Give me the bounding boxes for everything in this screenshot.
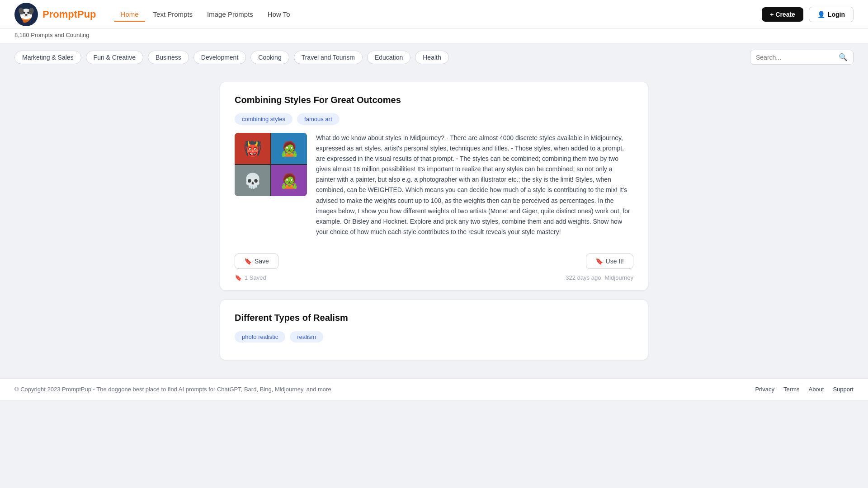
logo-text: PromptPup <box>42 9 96 20</box>
filter-development[interactable]: Development <box>193 51 246 64</box>
tag-realism[interactable]: realism <box>290 331 323 343</box>
svg-point-6 <box>27 12 29 14</box>
header: PromptPup Home Text Prompts Image Prompt… <box>0 0 868 29</box>
tags-row-2: photo realistic realism <box>235 331 633 343</box>
days-ago: 322 days ago <box>566 274 601 281</box>
footer-about[interactable]: About <box>808 386 824 393</box>
nav-text-prompts[interactable]: Text Prompts <box>147 7 199 22</box>
filter-health[interactable]: Health <box>415 51 448 64</box>
header-actions: + Create 👤 Login <box>762 7 854 22</box>
card-combining-styles: Combining Styles For Great Outcomes comb… <box>220 82 648 291</box>
svg-point-7 <box>25 14 28 16</box>
user-icon: 👤 <box>817 11 825 18</box>
nav-image-prompts[interactable]: Image Prompts <box>201 7 259 22</box>
footer-meta: 322 days ago Midjourney <box>566 274 633 281</box>
sub-header: 8,180 Prompts and Counting <box>0 29 868 43</box>
art-cell-2: 🧟 <box>271 133 307 164</box>
save-icon: 🔖 <box>244 258 252 265</box>
filter-cooking[interactable]: Cooking <box>250 51 289 64</box>
footer-privacy[interactable]: Privacy <box>755 386 774 393</box>
tag-combining-styles[interactable]: combining styles <box>235 113 292 125</box>
footer: © Copyright 2023 PromptPup - The doggone… <box>0 378 868 400</box>
card-title-2: Different Types of Realism <box>235 313 633 323</box>
logo-icon <box>14 3 38 26</box>
art-cell-3: 💀 <box>235 165 270 196</box>
tag-photo-realistic[interactable]: photo realistic <box>235 331 285 343</box>
nav-how-to[interactable]: How To <box>261 7 297 22</box>
filter-education[interactable]: Education <box>367 51 410 64</box>
card-footer: 🔖 1 Saved 322 days ago Midjourney <box>235 274 633 281</box>
card-actions: 🔖 Save 🔖 Use It! <box>235 246 633 269</box>
saved-count: 🔖 1 Saved <box>235 274 266 281</box>
filter-fun[interactable]: Fun & Creative <box>86 51 143 64</box>
card-title: Combining Styles For Great Outcomes <box>235 95 633 105</box>
search-icon: 🔍 <box>839 53 848 61</box>
card-description: What do we know about styles in Midjourn… <box>316 133 633 237</box>
card-image: 👹 🧟 💀 🧟 <box>235 133 307 196</box>
art-collage: 👹 🧟 💀 🧟 <box>235 133 307 196</box>
create-button[interactable]: + Create <box>762 7 803 22</box>
nav-home[interactable]: Home <box>114 7 145 22</box>
footer-terms[interactable]: Terms <box>783 386 799 393</box>
main-content: Combining Styles For Great Outcomes comb… <box>212 82 656 360</box>
logo[interactable]: PromptPup <box>14 3 96 26</box>
search-container: 🔍 <box>750 50 854 65</box>
main-nav: Home Text Prompts Image Prompts How To <box>114 7 297 22</box>
filter-bar: Marketing & Sales Fun & Creative Busines… <box>0 43 868 71</box>
footer-copyright: © Copyright 2023 PromptPup - The doggone… <box>14 386 333 393</box>
tag-famous-art[interactable]: famous art <box>297 113 339 125</box>
svg-point-5 <box>23 12 25 14</box>
platform: Midjourney <box>604 274 633 281</box>
search-input[interactable] <box>756 54 835 61</box>
tags-row: combining styles famous art <box>235 113 633 125</box>
use-icon: 🔖 <box>595 258 603 265</box>
card-body: 👹 🧟 💀 🧟 What do we know about styles in … <box>235 133 633 237</box>
filter-business[interactable]: Business <box>148 51 189 64</box>
filter-travel[interactable]: Travel and Tourism <box>294 51 363 64</box>
saved-icon: 🔖 <box>235 274 242 281</box>
save-button[interactable]: 🔖 Save <box>235 253 278 269</box>
filter-marketing[interactable]: Marketing & Sales <box>14 51 81 64</box>
card-realism: Different Types of Realism photo realist… <box>220 300 648 360</box>
footer-support[interactable]: Support <box>833 386 854 393</box>
login-button[interactable]: 👤 Login <box>809 7 854 22</box>
prompt-count: 8,180 Prompts and Counting <box>14 32 90 38</box>
use-button[interactable]: 🔖 Use It! <box>586 253 633 269</box>
art-cell-1: 👹 <box>235 133 270 164</box>
footer-links: Privacy Terms About Support <box>755 386 854 393</box>
art-cell-4: 🧟 <box>271 165 307 196</box>
